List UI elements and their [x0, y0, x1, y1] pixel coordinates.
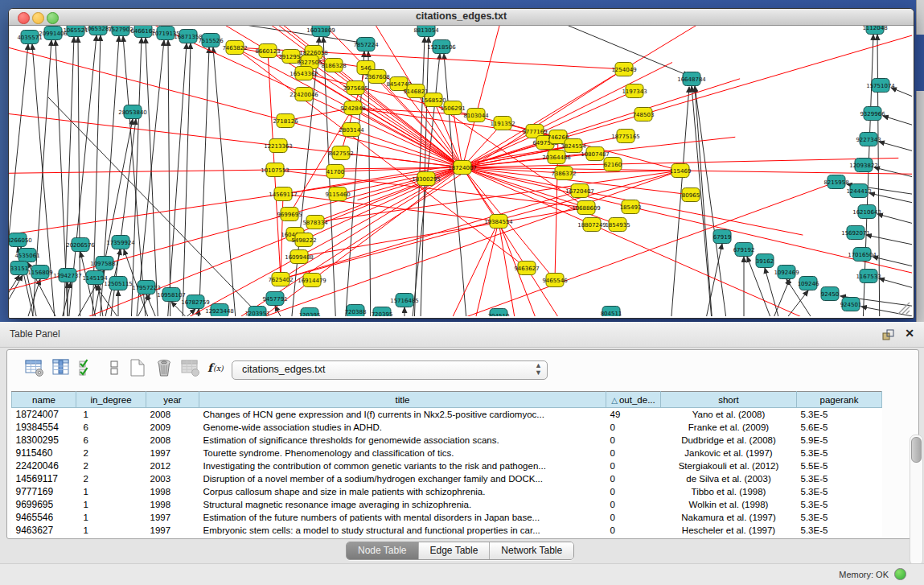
column-header-name[interactable]: name — [12, 392, 76, 408]
table-cell[interactable]: Jankovic et al. (1997) — [661, 447, 797, 459]
table-cell[interactable]: 2008 — [146, 434, 199, 447]
table-row[interactable]: 1830029562008Estimation of significance … — [12, 434, 882, 447]
table-cell[interactable]: 1998 — [146, 485, 199, 498]
column-selector-icon[interactable] — [51, 358, 71, 377]
table-cell[interactable]: 1998 — [146, 498, 199, 511]
select-columns-icon[interactable] — [78, 358, 97, 377]
table-cell[interactable]: 5.6E-5 — [797, 421, 882, 434]
table-cell[interactable]: 0 — [606, 434, 661, 447]
table-cell[interactable]: 14569117 — [12, 472, 76, 485]
table-cell[interactable]: 5.3E-5 — [797, 408, 882, 422]
table-row[interactable]: 1872400712008Changes of HCN gene express… — [12, 408, 882, 422]
table-cell[interactable]: 6 — [76, 421, 146, 434]
column-header-out_de[interactable]: △out_de... — [606, 392, 661, 408]
table-cell[interactable]: 2009 — [146, 421, 199, 434]
import-table-icon[interactable] — [181, 358, 200, 377]
column-header-in_degree[interactable]: in_degree — [76, 392, 146, 408]
table-cell[interactable]: 2 — [76, 447, 146, 459]
table-cell[interactable]: 9115460 — [12, 447, 76, 459]
table-cell[interactable]: Investigating the contribution of common… — [199, 459, 606, 472]
table-cell[interactable]: 0 — [606, 472, 661, 485]
table-cell[interactable]: 22420046 — [12, 459, 76, 472]
table-cell[interactable]: 5.3E-5 — [797, 524, 882, 537]
table-cell[interactable]: 18300295 — [12, 434, 76, 447]
table-row[interactable]: 977716911998Corpus callosum shape and si… — [12, 485, 882, 498]
table-cell[interactable]: 1997 — [146, 447, 199, 459]
table-cell[interactable]: 0 — [606, 421, 661, 434]
table-row[interactable]: 2242004622012Investigating the contribut… — [12, 459, 882, 472]
table-cell[interactable]: 5.3E-5 — [797, 447, 882, 459]
table-cell[interactable]: Changes of HCN gene expression and I(f) … — [199, 408, 606, 422]
close-panel-icon[interactable]: ✕ — [905, 327, 914, 340]
table-row[interactable]: 1938455462009Genome-wide association stu… — [12, 421, 882, 434]
table-cell[interactable]: 2003 — [146, 472, 199, 485]
column-header-year[interactable]: year — [146, 392, 199, 408]
window-titlebar[interactable]: citations_edges.txt — [9, 9, 914, 26]
table-row[interactable]: 946554611997Estimation of the future num… — [12, 511, 882, 524]
delete-table-icon[interactable] — [154, 358, 174, 377]
table-cell[interactable]: Hescheler et al. (1997) — [661, 524, 797, 537]
table-cell[interactable]: 1997 — [146, 524, 199, 537]
column-header-pagerank[interactable]: pagerank — [797, 392, 882, 408]
table-cell[interactable]: Structural magnetic resonance image aver… — [199, 498, 606, 511]
table-cell[interactable]: Nakamura et al. (1997) — [661, 511, 797, 524]
table-cell[interactable]: 1 — [76, 498, 146, 511]
table-cell[interactable]: 9463627 — [12, 524, 76, 537]
table-cell[interactable]: 0 — [606, 511, 661, 524]
table-cell[interactable]: 18724007 — [12, 408, 76, 422]
column-header-short[interactable]: short — [661, 392, 797, 408]
row-height-icon[interactable] — [105, 358, 124, 377]
table-cell[interactable]: 1 — [76, 485, 146, 498]
table-row[interactable]: 969969511998Structural magnetic resonanc… — [12, 498, 882, 511]
table-cell[interactable]: 5.3E-5 — [797, 511, 882, 524]
table-cell[interactable]: 2008 — [146, 408, 199, 422]
table-row[interactable]: 1456911722003Disruption of a novel membe… — [12, 472, 882, 485]
table-cell[interactable]: 5.3E-5 — [797, 485, 882, 498]
table-cell[interactable]: Tibbo et al. (1998) — [661, 485, 797, 498]
node-table[interactable]: namein_degreeyeartitle△out_de...shortpag… — [11, 391, 882, 537]
tab-network-table[interactable]: Network Table — [489, 542, 573, 559]
table-cell[interactable]: 9465546 — [12, 511, 76, 524]
table-cell[interactable]: 19384554 — [12, 421, 76, 434]
network-canvas[interactable]: 4035571209914061065521106532871527902646… — [9, 26, 912, 316]
table-cell[interactable]: 49 — [606, 408, 661, 422]
table-cell[interactable]: Corpus callosum shape and size in male p… — [199, 485, 606, 498]
float-panel-icon[interactable] — [881, 328, 895, 341]
table-cell[interactable]: Embryonic stem cells: a model to study s… — [199, 524, 606, 537]
table-cell[interactable]: 0 — [606, 498, 661, 511]
table-cell[interactable]: 2012 — [146, 459, 199, 472]
tab-edge-table[interactable]: Edge Table — [418, 542, 490, 559]
table-cell[interactable]: 9699695 — [12, 498, 76, 511]
table-row[interactable]: 946362711997Embryonic stem cells: a mode… — [12, 524, 882, 537]
table-cell[interactable]: de Silva et al. (2003) — [661, 472, 797, 485]
table-cell[interactable]: 5.3E-5 — [797, 472, 882, 485]
column-header-title[interactable]: title — [199, 392, 606, 408]
table-row[interactable]: 911546021997Tourette syndrome. Phenomeno… — [12, 447, 882, 459]
table-options-icon[interactable] — [25, 358, 44, 377]
network-view-window[interactable]: citations_edges.txt 40355712099140610655… — [8, 8, 914, 319]
resize-grip-icon[interactable] — [896, 300, 910, 315]
table-cell[interactable]: Yano et al. (2008) — [661, 408, 797, 422]
table-cell[interactable]: 1 — [76, 408, 146, 422]
table-cell[interactable]: 2 — [76, 459, 146, 472]
new-table-icon[interactable] — [128, 358, 147, 377]
scrollbar-thumb[interactable] — [911, 437, 922, 463]
function-builder-icon[interactable]: f (x) — [207, 358, 229, 377]
citation-graph[interactable]: 4035571209914061065521106532871527902646… — [9, 26, 912, 316]
table-cell[interactable]: Estimation of significance thresholds fo… — [199, 434, 606, 447]
table-cell[interactable]: 0 — [606, 485, 661, 498]
table-cell[interactable]: Estimation of the future numbers of pati… — [199, 511, 606, 524]
table-cell[interactable]: Stergiakouli et al. (2012) — [661, 459, 797, 472]
table-cell[interactable]: 0 — [606, 459, 661, 472]
table-cell[interactable]: 5.5E-5 — [797, 459, 882, 472]
table-selector-dropdown[interactable]: citations_edges.txt ▲▼ — [232, 360, 548, 380]
table-cell[interactable]: Franke et al. (2009) — [661, 421, 797, 434]
vertical-scrollbar[interactable] — [910, 435, 923, 566]
table-cell[interactable]: Dudbridge et al. (2008) — [661, 434, 797, 447]
table-cell[interactable]: Tourette syndrome. Phenomenology and cla… — [199, 447, 606, 459]
table-cell[interactable]: 1 — [76, 524, 146, 537]
table-cell[interactable]: 5.3E-5 — [797, 498, 882, 511]
table-cell[interactable]: 6 — [76, 434, 146, 447]
table-cell[interactable]: 2 — [76, 472, 146, 485]
table-cell[interactable]: 0 — [606, 524, 661, 537]
